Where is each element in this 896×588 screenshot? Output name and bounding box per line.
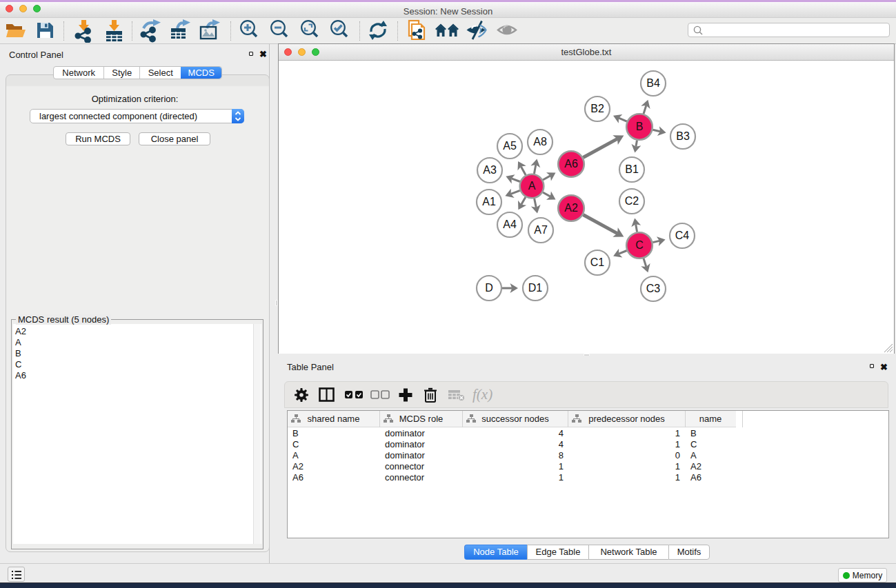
svg-text:B1: B1 bbox=[625, 163, 639, 175]
svg-text:D1: D1 bbox=[528, 282, 543, 294]
svg-text:B: B bbox=[636, 121, 644, 132]
svg-text:D: D bbox=[485, 282, 493, 294]
svg-text:A4: A4 bbox=[503, 219, 517, 230]
svg-text:A5: A5 bbox=[503, 140, 517, 152]
svg-text:A2: A2 bbox=[564, 202, 578, 214]
svg-text:C4: C4 bbox=[675, 230, 690, 241]
svg-text:A6: A6 bbox=[564, 158, 578, 170]
svg-text:B4: B4 bbox=[646, 77, 660, 89]
svg-text:A: A bbox=[528, 180, 536, 192]
svg-text:A7: A7 bbox=[534, 224, 548, 236]
svg-text:A1: A1 bbox=[482, 196, 496, 207]
svg-text:C3: C3 bbox=[646, 283, 661, 294]
svg-text:C1: C1 bbox=[590, 256, 605, 268]
svg-text:C2: C2 bbox=[625, 195, 639, 207]
svg-text:A3: A3 bbox=[483, 164, 497, 176]
svg-text:A8: A8 bbox=[533, 136, 547, 148]
svg-text:B2: B2 bbox=[590, 103, 604, 114]
svg-text:B3: B3 bbox=[676, 130, 690, 142]
svg-text:C: C bbox=[635, 239, 644, 251]
